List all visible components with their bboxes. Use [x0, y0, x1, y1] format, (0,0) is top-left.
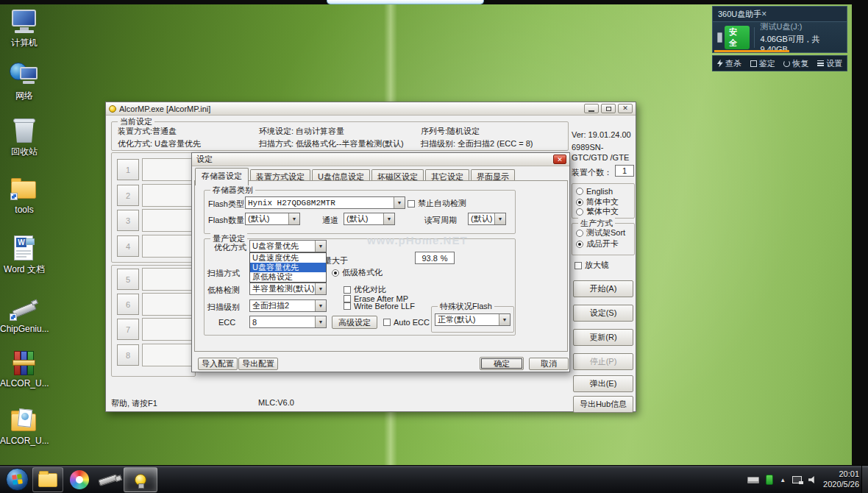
auto-ecc-checkbox[interactable]: Auto ECC	[383, 318, 430, 327]
export-config-button[interactable]: 导出配置	[238, 358, 278, 370]
radio-selected-icon	[576, 199, 583, 206]
flash-type-select[interactable]: Hynix H27QDG8M2MTR▼	[245, 196, 405, 209]
disable-autodetect-checkbox[interactable]: 禁止自动检测	[408, 198, 466, 209]
desktop-icon-recycle-bin[interactable]: 回收站	[0, 118, 49, 158]
taskbar-usb-tool-button[interactable]	[94, 467, 122, 492]
chip-id-text: 6989SN-GTC/GTD /GTE	[572, 142, 635, 163]
channel-label: 通道	[322, 215, 338, 226]
cancel-button[interactable]: 取消	[529, 358, 569, 370]
desktop-icon-label: ALCOR_U...	[0, 378, 49, 389]
llf-check-select[interactable]: 半容量检测(默认)▼	[249, 283, 327, 295]
magnifier-checkbox[interactable]: 放大镜	[574, 260, 609, 271]
toolbar-settings[interactable]: 设置	[817, 58, 842, 69]
optimize-compare-checkbox[interactable]: 优化对比	[344, 284, 386, 295]
recycle-bin-icon	[8, 118, 40, 144]
current-settings-group: 当前设定 装置方式:普通盘 优化方式: U盘容量优先 环境设定: 自动计算容量 …	[111, 121, 569, 151]
toolbar-scan[interactable]: 查杀	[717, 58, 741, 69]
start-button[interactable]: 开始(A)	[573, 280, 633, 297]
taskbar-explorer-button[interactable]	[32, 467, 63, 492]
checkbox-icon	[408, 200, 415, 208]
rw-cycle-select[interactable]: (默认)▼	[468, 213, 506, 225]
widget-body: 安全 测试U盘(J:) 4.06GB可用，共9.40GB	[712, 22, 847, 53]
device-count-field[interactable]: 1	[615, 165, 634, 177]
port-button-6[interactable]: 6	[117, 294, 139, 315]
dialog-titlebar[interactable]: 设定 ✕	[192, 153, 569, 166]
lightning-icon	[717, 60, 723, 68]
dialog-close-icon[interactable]: ✕	[553, 155, 566, 164]
finished-mode-radio[interactable]: 成品开卡	[576, 238, 619, 249]
export-hub-button[interactable]: 导出Hub信息	[573, 396, 633, 413]
port-button-3[interactable]: 3	[117, 210, 139, 231]
volume-icon[interactable]	[808, 476, 817, 484]
ecc-select[interactable]: 8▼	[249, 316, 327, 328]
production-mode-group: 生产方式 测试架Sort 成品开卡	[572, 223, 635, 255]
port-button-5[interactable]: 5	[117, 269, 139, 290]
import-config-button[interactable]: 导入配置	[198, 358, 238, 370]
network-status-icon[interactable]	[792, 476, 802, 483]
desktop-icon-tools[interactable]: tools	[0, 177, 49, 215]
port-button-4[interactable]: 4	[117, 235, 139, 257]
taskbar-clock[interactable]: 20:01 2020/5/26	[823, 469, 859, 490]
optimize-select[interactable]: U盘容量优先▼	[249, 240, 327, 252]
settings-button[interactable]: 设定(S)	[573, 305, 633, 322]
flash-count-select[interactable]: (默认)▼	[245, 213, 300, 225]
scan-level-label: 扫描级别	[207, 302, 240, 313]
port-button-2[interactable]: 2	[117, 185, 139, 206]
input-method-icon[interactable]	[747, 477, 759, 483]
version-text: Ver: 19.01.24.00	[572, 130, 631, 139]
llf-radio[interactable]: 低级格式化	[332, 267, 383, 278]
desktop-icon-chipgenius[interactable]: ChipGeniu...	[0, 299, 49, 334]
safely-remove-usb-icon[interactable]	[766, 475, 773, 485]
desktop-icon-computer[interactable]: 计算机	[0, 9, 49, 49]
toolbar-restore[interactable]: 恢复	[783, 58, 808, 69]
drive-name: 测试U盘(J:)	[761, 21, 847, 32]
scan-level-select[interactable]: 全面扫描2▼	[249, 299, 327, 312]
taskbar-browser-button[interactable]	[66, 467, 93, 492]
divider	[754, 27, 755, 48]
close-button[interactable]: ✕	[618, 104, 633, 113]
start-button[interactable]	[6, 468, 29, 491]
tab-memory-settings[interactable]: 存储器设定	[195, 168, 249, 185]
device-count-label: 装置个数：	[572, 167, 612, 178]
port-status-2	[142, 184, 193, 207]
llf-check-label: 低格检测	[207, 285, 240, 296]
main-titlebar[interactable]: AlcorMP.exe [AlcorMP.ini] ✕	[106, 102, 636, 116]
ok-button[interactable]: 确定	[480, 357, 524, 370]
dropdown-option-original-llf[interactable]: 原低格设定	[250, 272, 326, 282]
hidden-window-top-sliver[interactable]	[327, 0, 484, 4]
setting-scan-level: 扫描级别: 全面扫描2 (ECC = 8)	[421, 138, 533, 149]
port-button-7[interactable]: 7	[117, 319, 139, 340]
desktop-icon-alcor-folder[interactable]: ALCOR_U...	[0, 408, 49, 446]
setting-serial: 序列号:随机设定	[421, 126, 480, 137]
taskbar-alcormp-button[interactable]	[124, 467, 157, 492]
percent-unit: %	[441, 254, 448, 263]
dropdown-option-speed[interactable]: U盘速度优先	[250, 253, 326, 263]
setting-device-mode: 装置方式:普通盘	[118, 126, 177, 137]
usb-stick-icon	[8, 299, 40, 322]
toolbar-identify[interactable]: 鉴定	[750, 58, 775, 69]
minimize-button[interactable]	[584, 104, 599, 113]
usb-plug-icon	[717, 32, 722, 43]
show-desktop-button[interactable]	[861, 466, 868, 493]
channel-select[interactable]: (默认)▼	[344, 213, 395, 225]
lang-english-radio[interactable]: English	[576, 187, 613, 196]
desktop-icon-network[interactable]: 网络	[0, 62, 49, 102]
desktop-icon-alcor-archive[interactable]: ALCOR_U...	[0, 350, 49, 389]
lang-traditional-radio[interactable]: 繁体中文	[576, 206, 619, 217]
dropdown-option-capacity[interactable]: U盘容量优先	[250, 263, 326, 272]
hidden-icons-arrow[interactable]: ▲	[780, 477, 786, 483]
widget-titlebar[interactable]: 360U盘助手 ×	[712, 6, 847, 22]
widget-close-icon[interactable]: ×	[761, 9, 766, 19]
write-before-llf-checkbox[interactable]: Write Before LLF	[344, 302, 415, 311]
eject-button[interactable]: 弹出(E)	[573, 375, 633, 392]
special-flash-select[interactable]: 正常(默认)▼	[435, 313, 511, 326]
advanced-settings-button[interactable]: 高级设定	[332, 316, 377, 329]
refresh-button[interactable]: 更新(R)	[573, 329, 633, 346]
desktop-icon-word-doc[interactable]: W Word 文档	[0, 235, 49, 276]
port-button-8[interactable]: 8	[117, 344, 139, 366]
sort-mode-radio[interactable]: 测试架Sort	[576, 227, 625, 238]
desktop-icon-label: 网络	[0, 90, 49, 102]
port-button-1[interactable]: 1	[117, 159, 139, 180]
maximize-button[interactable]	[601, 104, 616, 113]
capacity-percent-field[interactable]: 93.8%	[415, 252, 455, 264]
